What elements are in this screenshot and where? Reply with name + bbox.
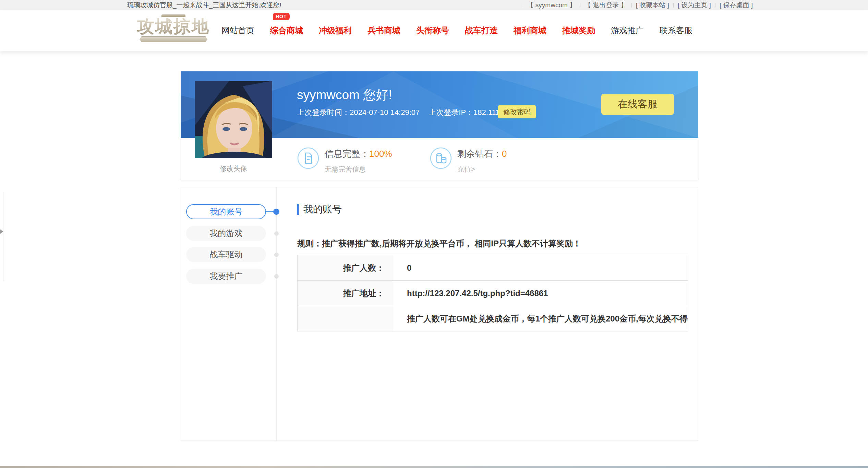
- nav-item[interactable]: HOT 游戏推广: [611, 25, 644, 36]
- top-link-wrap: [ 设为主页 ]: [669, 0, 711, 10]
- table-row-value: http://123.207.42.5/tg.php?tid=46861: [393, 281, 688, 306]
- sidebar-item: 我的游戏: [186, 226, 282, 241]
- nav-menu: HOT 网站首页 HOT 综合商城 HOT 冲级福利 HOT 兵书商城: [221, 10, 692, 51]
- sidebar-item: 战车驱动: [186, 247, 282, 262]
- table-row: 推广人数可在GM处兑换成金币，每1个推广人数可兑换200金币,每次兑换不得低于1…: [298, 306, 688, 331]
- info-complete-item: 信息完整：100% 无需完善信息: [297, 147, 392, 174]
- logo-title: 攻城掠地: [136, 17, 210, 36]
- sidebar-item-dot: [274, 274, 279, 279]
- last-login-time-label: 上次登录时间：: [297, 108, 350, 117]
- promo-table: 推广人数： 0 推广地址： http://123.207.42.5/tg.php…: [297, 255, 688, 331]
- promo-rule-text: 规则：推广获得推广数,后期将开放兑换平台币， 相同IP只算人数不计算奖励！: [297, 238, 581, 249]
- diamond-label: 剩余钻石：: [457, 149, 502, 159]
- top-link[interactable]: [ 收藏本站 ]: [636, 0, 669, 10]
- change-password-button[interactable]: 修改密码: [498, 105, 536, 118]
- coins-icon: [430, 147, 452, 169]
- title-accent-bar: [297, 204, 299, 215]
- top-link-wrap: 【 syymwcom 】: [519, 0, 576, 10]
- change-avatar-link[interactable]: 修改头像: [195, 164, 272, 173]
- sidebar-item-dot: [274, 253, 279, 257]
- page: 琉璃攻城仿官服_一起来战斗_三国从这里开始,欢迎您! 【 syymwcom 】 …: [0, 0, 868, 468]
- sidebar-item: 我要推广: [186, 269, 282, 284]
- nav-item[interactable]: HOT 推城奖励: [562, 25, 595, 36]
- main-nav: 攻城掠地 HOT 网站首页 HOT 综合商城 HOT 冲级福利: [0, 10, 868, 51]
- top-link[interactable]: [ 设为主页 ]: [678, 0, 711, 10]
- nav-item[interactable]: HOT 冲级福利: [319, 25, 352, 36]
- site-logo[interactable]: 攻城掠地: [136, 14, 210, 47]
- side-panel-toggle-icon[interactable]: [0, 229, 3, 234]
- last-login-ip-label: 上次登录IP：: [429, 108, 473, 117]
- nav-item-label: 推城奖励: [562, 26, 595, 35]
- nav-item[interactable]: HOT 头衔称号: [416, 25, 449, 36]
- edge-panel-line: [3, 192, 3, 281]
- nav-item-label: 综合商城: [270, 26, 303, 35]
- nav-item[interactable]: HOT 兵书商城: [367, 25, 400, 36]
- table-row-label: 推广人数：: [298, 255, 393, 280]
- nav-item-label: 战车打造: [465, 26, 498, 35]
- nav-item[interactable]: HOT 联系客服: [660, 25, 692, 36]
- recharge-link[interactable]: 充值>: [457, 165, 507, 174]
- nav-item-label: 游戏推广: [611, 26, 644, 35]
- diamond-value: 0: [502, 149, 507, 159]
- sidebar-item-dot: [273, 209, 279, 215]
- online-service-button[interactable]: 在线客服: [601, 94, 674, 115]
- nav-item[interactable]: HOT 网站首页: [221, 25, 254, 36]
- section-title: 我的账号: [297, 203, 342, 216]
- top-link-wrap: 【 退出登录 】: [576, 0, 627, 10]
- nav-item-label: 网站首页: [221, 26, 254, 35]
- sidebar-item-button[interactable]: 我的游戏: [186, 226, 266, 241]
- footer-strip: [0, 466, 868, 468]
- sidebar-item: 我的账号: [186, 204, 282, 219]
- section-title-text: 我的账号: [303, 203, 342, 216]
- table-row-label: [298, 306, 393, 331]
- top-link-wrap: [ 保存桌面 ]: [711, 0, 753, 10]
- table-row: 推广地址： http://123.207.42.5/tg.php?tid=468…: [298, 281, 688, 306]
- table-row-value: 0: [393, 255, 688, 280]
- table-row: 推广人数： 0: [298, 255, 688, 281]
- user-avatar[interactable]: [195, 81, 272, 158]
- nav-item-label: 兵书商城: [367, 26, 400, 35]
- last-login-time-value: 2024-07-10 14:29:07: [350, 108, 420, 117]
- top-link[interactable]: 【 退出登录 】: [584, 0, 627, 10]
- top-link[interactable]: [ 保存桌面 ]: [720, 0, 753, 10]
- account-content-card: 我的账号 我的游戏 战车驱动 我要推广: [181, 187, 698, 441]
- top-bar: 琉璃攻城仿官服_一起来战斗_三国从这里开始,欢迎您! 【 syymwcom 】 …: [0, 0, 868, 11]
- sidebar-item-button[interactable]: 战车驱动: [186, 247, 266, 262]
- diamond-line: 剩余钻石：0: [457, 148, 507, 160]
- top-link-wrap: [ 收藏本站 ]: [627, 0, 669, 10]
- table-row-label: 推广地址：: [298, 281, 393, 306]
- sidebar-item-button[interactable]: 我要推广: [186, 269, 266, 284]
- hot-badge: HOT: [273, 13, 290, 20]
- info-complete-label: 信息完整：: [325, 149, 369, 159]
- nav-item-label: 头衔称号: [416, 26, 449, 35]
- diamond-item: 剩余钻石：0 充值>: [430, 147, 507, 174]
- info-complete-value: 100%: [369, 149, 392, 159]
- user-info-card: syymwcom 您好! 上次登录时间：2024-07-10 14:29:07上…: [181, 71, 698, 180]
- top-link[interactable]: 【 syymwcom 】: [527, 0, 576, 10]
- table-row-value: 推广人数可在GM处兑换成金币，每1个推广人数可兑换200金币,每次兑换不得低于1…: [393, 306, 688, 331]
- nav-item-label: 联系客服: [660, 26, 692, 35]
- sidebar-item-button[interactable]: 我的账号: [186, 204, 266, 219]
- top-links: 【 syymwcom 】 【 退出登录 】 [ 收藏本站 ] [ 设为主页 ] …: [519, 0, 753, 10]
- nav-item-label: 冲级福利: [319, 26, 352, 35]
- welcome-text: 琉璃攻城仿官服_一起来战斗_三国从这里开始,欢迎您!: [127, 0, 281, 10]
- nav-item[interactable]: HOT 战车打造: [465, 25, 498, 36]
- info-complete-sub: 无需完善信息: [325, 165, 392, 174]
- nav-item-label: 福利商城: [514, 26, 546, 35]
- logo-banner-ribbon: [140, 36, 207, 42]
- sidebar-item-dot: [274, 231, 279, 236]
- document-icon: [297, 147, 319, 169]
- info-complete-line: 信息完整：100%: [325, 148, 392, 160]
- nav-item[interactable]: HOT 综合商城: [270, 25, 303, 36]
- user-greeting: syymwcom 您好!: [297, 86, 392, 104]
- nav-item[interactable]: HOT 福利商城: [514, 25, 546, 36]
